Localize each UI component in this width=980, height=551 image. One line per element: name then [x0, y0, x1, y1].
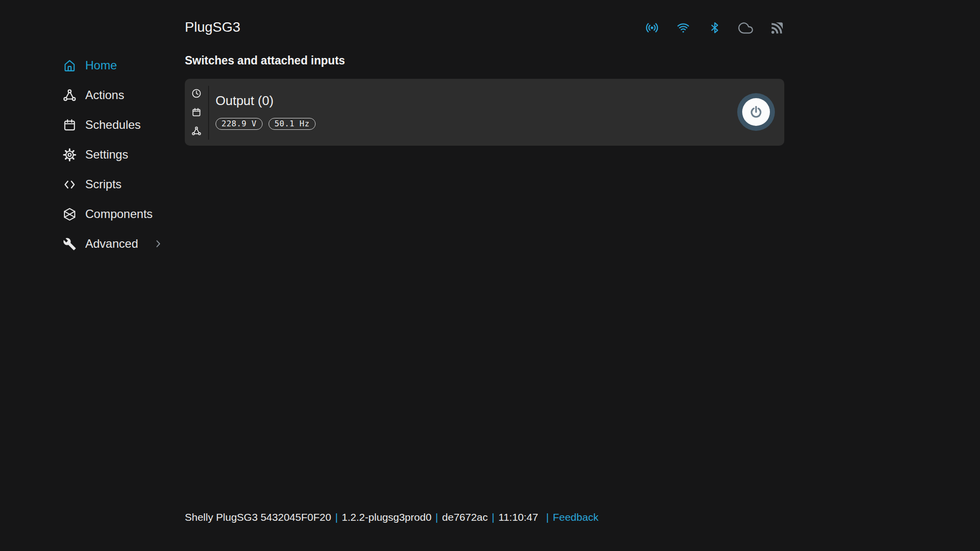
switch-title: Output (0): [216, 93, 316, 108]
footer-separator: |: [492, 511, 494, 523]
measurement-badges: 228.9 V 50.1 Hz: [216, 118, 316, 130]
sidebar-item-schedules[interactable]: Schedules: [0, 110, 185, 140]
log-stream-icon: [769, 20, 784, 36]
footer-separator: |: [335, 511, 337, 523]
sidebar-item-label: Home: [85, 58, 117, 72]
status-icon-bar: [185, 20, 784, 36]
sidebar-item-label: Scripts: [85, 177, 121, 191]
sidebar-item-components[interactable]: Components: [0, 199, 185, 229]
calendar-icon: [62, 117, 77, 132]
wifi-icon: [676, 20, 691, 36]
sidebar-nav: Home Actions Schedules: [0, 51, 185, 259]
sidebar-item-label: Actions: [85, 88, 124, 102]
power-toggle-button[interactable]: [737, 93, 775, 131]
footer-separator: |: [436, 511, 438, 523]
home-icon: [62, 58, 77, 73]
section-heading: Switches and attached inputs: [185, 54, 345, 67]
sidebar-item-home[interactable]: Home: [0, 51, 185, 80]
sidebar-item-label: Settings: [85, 148, 128, 162]
sidebar-item-scripts[interactable]: Scripts: [0, 169, 185, 199]
rail-divider: [208, 86, 209, 140]
frequency-badge: 50.1 Hz: [269, 118, 316, 130]
box-icon: [62, 207, 77, 221]
cloud-icon: [738, 20, 753, 36]
gear-icon: [62, 147, 77, 162]
sidebar-item-label: Schedules: [85, 118, 141, 132]
sidebar-item-settings[interactable]: Settings: [0, 140, 185, 169]
footer-firmware-version: 1.2.2-plugsg3prod0: [342, 511, 432, 523]
footer-status-bar: Shelly PlugSG3 5432045F0F20|1.2.2-plugsg…: [185, 511, 599, 524]
footer-build-id: de7672ac: [442, 511, 488, 523]
sidebar-item-label: Advanced: [85, 237, 138, 251]
sidebar-item-actions[interactable]: Actions: [0, 80, 185, 110]
access-point-icon: [645, 20, 659, 36]
voltage-badge: 228.9 V: [216, 118, 263, 130]
bluetooth-icon: [707, 20, 722, 36]
code-icon: [62, 177, 77, 192]
switch-card-rail: [185, 79, 208, 146]
clock-icon: [191, 88, 202, 99]
switch-card[interactable]: Output (0) 228.9 V 50.1 Hz: [185, 79, 784, 146]
actions-icon: [191, 126, 202, 136]
power-toggle-face: [742, 98, 770, 126]
switch-card-content: Output (0) 228.9 V 50.1 Hz: [216, 79, 316, 130]
actions-icon: [62, 88, 77, 103]
power-icon: [749, 105, 763, 119]
calendar-icon: [191, 107, 202, 117]
footer-device-info: Shelly PlugSG3 5432045F0F20: [185, 511, 331, 523]
wrench-icon: [62, 236, 77, 251]
footer-separator: |: [546, 511, 548, 523]
footer-feedback-link[interactable]: Feedback: [553, 511, 599, 523]
sidebar-item-label: Components: [85, 207, 153, 221]
sidebar-item-advanced[interactable]: Advanced: [0, 229, 185, 259]
chevron-right-icon: [151, 236, 165, 251]
footer-device-time: 11:10:47: [498, 511, 538, 523]
